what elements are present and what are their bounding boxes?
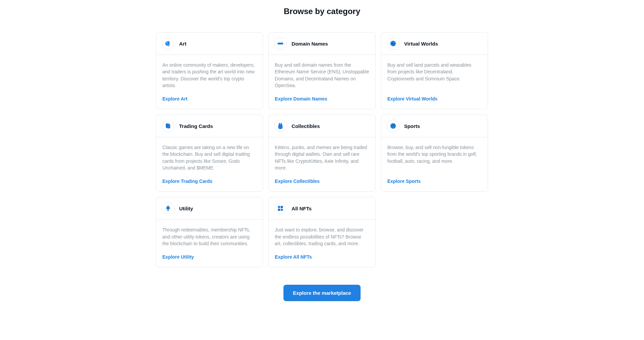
- explore-virtual-worlds-link[interactable]: Explore Virtual Worlds: [387, 96, 482, 101]
- card-title: Utility: [179, 206, 193, 211]
- card-title: Collectibles: [291, 123, 320, 129]
- svg-rect-18: [278, 206, 280, 208]
- explore-sports-link[interactable]: Explore Sports: [387, 179, 482, 184]
- svg-point-2: [168, 44, 168, 45]
- card-header: All NFTs: [269, 197, 375, 220]
- card-description: Browse, buy, and sell non-fungible token…: [387, 144, 482, 171]
- svg-rect-19: [281, 206, 283, 208]
- globe-icon: [387, 37, 399, 50]
- card-description: Through redeemables, membership NFTs, an…: [162, 226, 257, 247]
- card-title: Sports: [404, 123, 420, 129]
- svg-point-13: [391, 125, 392, 126]
- card-title: Trading Cards: [179, 123, 213, 129]
- card-header: Trading Cards: [156, 115, 263, 137]
- explore-art-link[interactable]: Explore Art: [162, 96, 257, 101]
- card-title: All NFTs: [291, 206, 312, 211]
- explore-trading-cards-link[interactable]: Explore Trading Cards: [162, 179, 257, 184]
- card-description: Just want to explore, browse, and discov…: [275, 226, 369, 247]
- category-card-trading-cards[interactable]: Trading Cards Classic games are taking o…: [156, 115, 263, 192]
- card-title: Art: [179, 41, 186, 47]
- card-title: Virtual Worlds: [404, 41, 438, 47]
- explore-utility-link[interactable]: Explore Utility: [162, 254, 257, 260]
- card-description: Buy and sell land parcels and wearables …: [387, 62, 482, 89]
- collectibles-icon: [274, 120, 287, 132]
- utility-icon: [162, 202, 174, 215]
- svg-point-14: [394, 125, 395, 126]
- explore-all-nfts-link[interactable]: Explore All NFTs: [275, 254, 369, 260]
- category-card-sports[interactable]: Sports Browse, buy, and sell non-fungibl…: [381, 115, 488, 192]
- card-description: Classic games are taking on a new life o…: [162, 144, 257, 171]
- svg-rect-5: [280, 43, 281, 44]
- explore-domain-names-link[interactable]: Explore Domain Names: [275, 96, 369, 101]
- card-header: Collectibles: [269, 115, 375, 137]
- category-card-utility[interactable]: Utility Through redeemables, membership …: [156, 197, 263, 267]
- explore-collectibles-link[interactable]: Explore Collectibles: [275, 179, 369, 184]
- category-card-virtual-worlds[interactable]: Virtual Worlds Buy and sell land parcels…: [381, 32, 488, 109]
- card-header: Virtual Worlds: [381, 32, 488, 55]
- category-card-art[interactable]: Art An online community of makers, devel…: [156, 32, 263, 109]
- svg-point-9: [279, 126, 280, 127]
- category-card-domain-names[interactable]: Domain Names Buy and sell domain names f…: [268, 32, 375, 109]
- svg-rect-8: [167, 124, 170, 129]
- card-description: Buy and sell domain names from the Ether…: [275, 62, 369, 89]
- explore-marketplace-button[interactable]: Explore the marketplace: [283, 285, 360, 301]
- card-header: Art: [156, 32, 263, 55]
- art-icon: [162, 37, 174, 50]
- page-title: Browse by category: [156, 7, 488, 16]
- svg-point-15: [391, 127, 392, 128]
- svg-rect-20: [278, 209, 280, 211]
- card-header: Sports: [381, 115, 488, 137]
- svg-point-10: [281, 126, 281, 127]
- all-nfts-icon: [274, 202, 287, 215]
- svg-point-16: [394, 127, 395, 128]
- card-header: Domain Names: [269, 32, 375, 55]
- cards-icon: [162, 120, 174, 132]
- sports-icon: [387, 120, 399, 132]
- svg-rect-4: [278, 43, 280, 44]
- category-card-all-nfts[interactable]: All NFTs Just want to explore, browse, a…: [268, 197, 375, 267]
- card-header: Utility: [156, 197, 263, 220]
- category-grid: Art An online community of makers, devel…: [156, 32, 488, 267]
- domain-icon: [274, 37, 287, 50]
- card-title: Domain Names: [291, 41, 328, 47]
- svg-rect-17: [167, 208, 169, 209]
- svg-point-1: [166, 43, 167, 44]
- svg-rect-21: [281, 209, 283, 211]
- card-description: Kittens, punks, and memes are being trad…: [275, 144, 369, 171]
- category-card-collectibles[interactable]: Collectibles Kittens, punks, and memes a…: [268, 115, 375, 192]
- card-description: An online community of makers, developer…: [162, 62, 257, 89]
